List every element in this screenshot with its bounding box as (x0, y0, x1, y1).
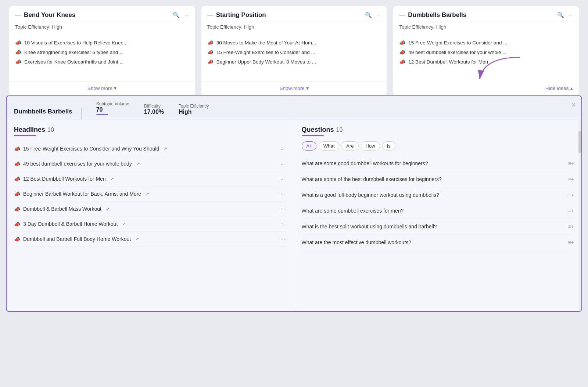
card-header: — Bend Your Knees 🔍 ··· (9, 6, 195, 22)
panel-stat-efficiency: Topic Efficiency High (179, 104, 209, 120)
scrollbar-thumb[interactable] (578, 131, 581, 153)
expanded-panel: Dumbbells Barbells Subtopic Volume 70 Di… (6, 95, 582, 312)
card-dumbbells-barbells: — Dumbbells Barbells 🔍 ··· Topic Efficie… (393, 6, 579, 95)
list-item: 📣 10 Visuals of Exercises to Help Reliev… (15, 38, 189, 47)
panel-stat-difficulty: Difficulty 17.00% (144, 104, 164, 120)
card-content: 📣 10 Visuals of Exercises to Help Reliev… (9, 33, 195, 81)
list-item: 📣 Exercises for Knee Osteoarthritis and … (15, 57, 189, 66)
list-options-icon[interactable]: ≡+ (568, 160, 574, 166)
list-item: 📣 Knee strengthening exercises: 6 types … (15, 47, 189, 57)
external-link-icon[interactable]: ↗ (164, 146, 167, 151)
panel-stat-volume: Subtopic Volume 70 (96, 101, 129, 120)
list-item: 📣 15 Free-Weight Exercises to Consider a… (207, 47, 381, 57)
headline-item: 📣 Dumbbell & Barbell Mass Workout ↗ ≡+ (14, 202, 287, 217)
panel-title: Dumbbells Barbells (14, 108, 82, 120)
list-options-icon[interactable]: ≡+ (280, 206, 286, 212)
megaphone-icon: 📣 (15, 49, 21, 55)
list-options-icon[interactable]: ≡+ (280, 236, 286, 242)
headline-left: 📣 Dumbbell and Barbell Full Body Home Wo… (14, 236, 280, 242)
megaphone-icon: 📣 (14, 221, 20, 227)
filter-tab-what[interactable]: What (319, 141, 339, 151)
list-options-icon[interactable]: ≡+ (280, 221, 286, 227)
external-link-icon[interactable]: ↗ (110, 176, 114, 181)
list-options-icon[interactable]: ≡+ (280, 176, 286, 182)
headline-left: 📣 15 Free-Weight Exercises to Consider a… (14, 146, 280, 152)
list-item: 📣 12 Best Dumbbell Workouts for Men (399, 57, 573, 66)
dash-icon: — (399, 12, 405, 18)
list-item: 📣 15 Free-Weight Exercises to Consider a… (399, 38, 573, 47)
dash-icon: — (15, 12, 21, 18)
filter-tab-are[interactable]: Are (341, 141, 358, 151)
topic-efficiency: Topic Efficiency: High (9, 22, 195, 33)
top-cards-section: — Bend Your Knees 🔍 ··· Topic Efficiency… (0, 0, 588, 95)
hide-ideas-area: Hide ideas ▴ (393, 81, 579, 95)
card-content: 📣 30 Moves to Make the Most of Your At-H… (201, 33, 387, 81)
question-item: What is a good full-body beginner workou… (302, 187, 574, 203)
filter-tab-all[interactable]: All (302, 141, 316, 151)
list-options-icon[interactable]: ≡+ (568, 208, 574, 214)
megaphone-icon: 📣 (14, 206, 20, 212)
questions-column: Questions 19 All What Are How Is What ar… (294, 120, 582, 311)
search-icon[interactable]: 🔍 (173, 12, 180, 18)
filter-tab-how[interactable]: How (361, 141, 380, 151)
more-icon[interactable]: ··· (569, 12, 573, 18)
megaphone-icon: 📣 (399, 40, 405, 46)
headline-item: 📣 12 Best Dumbbell Workouts for Men ↗ ≡+ (14, 171, 287, 187)
list-options-icon[interactable]: ≡+ (280, 161, 286, 167)
col-underline (302, 135, 324, 136)
underline-bar (96, 114, 108, 115)
card-header-icons: 🔍 ··· (173, 12, 189, 18)
external-link-icon[interactable]: ↗ (135, 236, 139, 242)
megaphone-icon: 📣 (207, 59, 214, 65)
megaphone-icon: 📣 (207, 40, 214, 46)
megaphone-icon: 📣 (15, 40, 21, 46)
more-icon[interactable]: ··· (184, 12, 189, 18)
panel-header: Dumbbells Barbells Subtopic Volume 70 Di… (7, 96, 581, 120)
headline-item: 📣 Beginner Barbell Workout for Back, Arm… (14, 187, 287, 202)
filter-tab-is[interactable]: Is (382, 141, 395, 151)
card-starting-position: — Starting Position 🔍 ··· Topic Efficien… (201, 6, 387, 95)
col-underline (14, 135, 36, 136)
external-link-icon[interactable]: ↗ (106, 206, 110, 211)
more-icon[interactable]: ··· (376, 12, 381, 18)
list-options-icon[interactable]: ≡+ (568, 192, 574, 198)
hide-ideas-button[interactable]: Hide ideas (545, 86, 569, 91)
chevron-up-icon: ▴ (570, 86, 573, 91)
megaphone-icon: 📣 (207, 49, 214, 55)
megaphone-icon: 📣 (399, 49, 405, 55)
topic-efficiency: Topic Efficiency: High (393, 22, 579, 33)
question-item: What are some dumbbell exercises for men… (302, 203, 574, 219)
list-options-icon[interactable]: ≡+ (280, 146, 286, 152)
list-options-icon[interactable]: ≡+ (568, 239, 574, 245)
headline-left: 📣 3 Day Dumbbell & Barbell Home Workout … (14, 221, 280, 227)
headline-item: 📣 49 best dumbbell exercises for your wh… (14, 156, 287, 171)
question-item: What are some of the best dumbbell exerc… (302, 171, 574, 187)
list-item: 📣 30 Moves to Make the Most of Your At-H… (207, 38, 381, 47)
list-item: 📣 Beginner Upper Body Workout: 8 Moves t… (207, 57, 381, 66)
search-icon[interactable]: 🔍 (557, 12, 564, 18)
megaphone-icon: 📣 (399, 59, 405, 65)
external-link-icon[interactable]: ↗ (146, 191, 149, 196)
megaphone-icon: 📣 (14, 176, 20, 182)
megaphone-icon: 📣 (14, 161, 20, 167)
headline-left: 📣 Beginner Barbell Workout for Back, Arm… (14, 191, 280, 197)
list-options-icon[interactable]: ≡+ (568, 224, 574, 229)
megaphone-icon: 📣 (14, 236, 20, 242)
megaphone-icon: 📣 (14, 191, 20, 197)
show-more-button[interactable]: Show more ▾ (201, 81, 387, 95)
external-link-icon[interactable]: ↗ (122, 221, 126, 227)
list-options-icon[interactable]: ≡+ (280, 191, 286, 197)
scrollbar[interactable] (578, 120, 581, 311)
card-header-left: — Bend Your Knees (15, 11, 75, 19)
card-title: Bend Your Knees (24, 11, 75, 19)
panel-body: Headlines 10 📣 15 Free-Weight Exercises … (7, 120, 581, 311)
headline-item: 📣 3 Day Dumbbell & Barbell Home Workout … (14, 217, 287, 232)
close-button[interactable]: × (571, 101, 576, 109)
external-link-icon[interactable]: ↗ (136, 161, 140, 166)
search-icon[interactable]: 🔍 (365, 12, 372, 18)
list-item: 📣 49 best dumbbell exercises for your wh… (399, 47, 573, 57)
show-more-button[interactable]: Show more ▾ (9, 81, 195, 95)
headline-left: 📣 Dumbbell & Barbell Mass Workout ↗ (14, 206, 280, 212)
headline-item: 📣 Dumbbell and Barbell Full Body Home Wo… (14, 232, 287, 247)
list-options-icon[interactable]: ≡+ (568, 176, 574, 182)
